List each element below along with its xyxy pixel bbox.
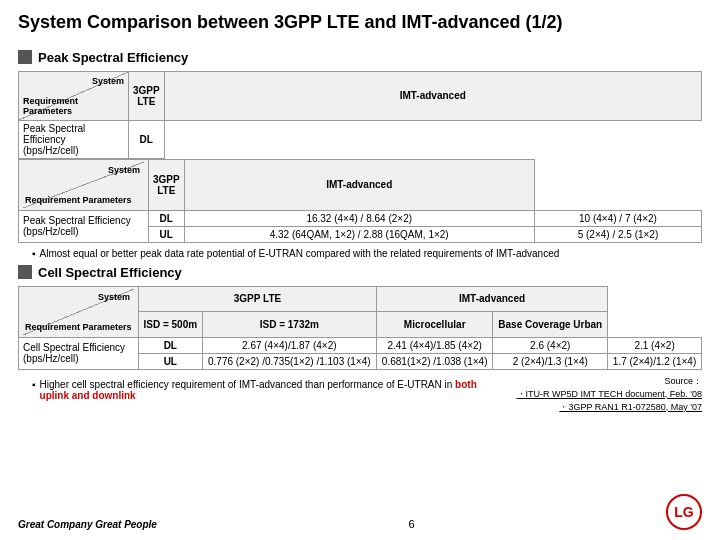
source-block: Source： ・ITU-R WP5D IMT TECH document, F…	[517, 375, 702, 414]
company-name: Great Company Great People	[18, 519, 157, 530]
row1-label: Peak Spectral Efficiency(bps/Hz/cell)	[19, 120, 129, 158]
peak-row-label: Peak Spectral Efficiency (bps/Hz/cell)	[19, 210, 149, 242]
section2-bottom: Higher cell spectral efficiency requirem…	[18, 375, 702, 414]
cell-dl-1b: 2.41 (4×4)/1.85 (4×2)	[376, 337, 492, 353]
t2-group1: 3GPP LTE	[139, 286, 377, 312]
t1-col1: 3GPP LTE	[149, 159, 185, 210]
t2-col2b: Base Coverage Urban	[493, 312, 608, 338]
section1-header: Peak Spectral Efficiency	[18, 50, 702, 65]
table-row: Peak Spectral Efficiency(bps/Hz/cell) DL	[19, 120, 702, 158]
cell-dl-2a: 2.6 (4×2)	[493, 337, 608, 353]
source1: ・ITU-R WP5D IMT TECH document, Feb. '08	[517, 388, 702, 401]
cell-dl-1a: 2.67 (4×4)/1.87 (4×2)	[202, 337, 376, 353]
bullet1-text: Higher cell spectral efficiency requirem…	[40, 379, 507, 401]
cell-ul-1b: 0.681(1×2) /1.038 (1×4)	[376, 353, 492, 369]
section1-table: System Requirement Parameters 3GPP LTE I…	[18, 71, 702, 159]
peak-dl-3gpp: 16.32 (4×4) / 8.64 (2×2)	[184, 210, 534, 226]
t2-group2: IMT-advanced	[376, 286, 607, 312]
section2-title: Cell Spectral Efficiency	[38, 265, 182, 280]
section1-table-full: System Requirement Parameters 3GPP LTE I…	[18, 159, 702, 243]
source-label: Source：	[517, 375, 702, 388]
diag-bottom-1: Requirement Parameters	[23, 96, 128, 116]
dl-label: DL	[149, 210, 185, 226]
cell-dl-label: DL	[139, 337, 203, 353]
page-number: 6	[408, 518, 414, 530]
t1-col2: IMT-advanced	[184, 159, 534, 210]
t1-corner: System Requirement Parameters	[19, 159, 149, 210]
section1-title: Peak Spectral Efficiency	[38, 50, 188, 65]
cell-ul-2b: 1.7 (2×4)/1.2 (1×4)	[608, 353, 702, 369]
peak-ul-imt: 5 (2×4) / 2.5 (1×2)	[534, 226, 701, 242]
t2-col1a: ISD = 500m	[139, 312, 203, 338]
section1-bullet-icon	[18, 50, 32, 64]
source2: ・3GPP RAN1 R1-072580, May '07	[517, 401, 702, 414]
table1-col2: IMT-advanced	[164, 71, 702, 120]
table1-col1: 3GPP LTE	[129, 71, 165, 120]
t2-col2a: Microcellular	[376, 312, 492, 338]
section2-bullet-icon	[18, 265, 32, 279]
t1-diag-bottom: Requirement Parameters	[25, 195, 132, 205]
lg-logo: LG	[666, 494, 702, 530]
peak-ul-3gpp: 4.32 (64QAM, 1×2) / 2.88 (16QAM, 1×2)	[184, 226, 534, 242]
table-row: Cell Spectral Efficiency (bps/Hz/cell) D…	[19, 337, 702, 353]
cell-row-label: Cell Spectral Efficiency (bps/Hz/cell)	[19, 337, 139, 369]
cell-ul-1a: 0.776 (2×2) /0.735(1×2) /1.103 (1×4)	[202, 353, 376, 369]
cell-ul-2a: 2 (2×4)/1.3 (1×4)	[493, 353, 608, 369]
t2-diag-top: System	[98, 292, 130, 302]
main-content: Peak Spectral Efficiency System Requirem…	[18, 44, 702, 490]
peak-dl-imt: 10 (4×4) / 7 (4×2)	[534, 210, 701, 226]
page-title: System Comparison between 3GPP LTE and I…	[18, 12, 702, 34]
t1-diag-top: System	[108, 165, 140, 175]
section2-header: Cell Spectral Efficiency	[18, 265, 702, 280]
row1-dl-label: DL	[129, 120, 165, 158]
section1-bullet: Almost equal or better peak data rate po…	[32, 248, 702, 259]
t2-diag-bottom: Requirement Parameters	[25, 322, 132, 332]
page: System Comparison between 3GPP LTE and I…	[0, 0, 720, 540]
t2-corner: System Requirement Parameters	[19, 286, 139, 337]
footer: Great Company Great People 6 LG	[18, 490, 702, 530]
table1-diag-header: System Requirement Parameters	[19, 71, 129, 120]
ul-label: UL	[149, 226, 185, 242]
diag-top-1: System	[92, 76, 124, 86]
cell-ul-label: UL	[139, 353, 203, 369]
table-row: Peak Spectral Efficiency (bps/Hz/cell) D…	[19, 210, 702, 226]
section2-bullets: Higher cell spectral efficiency requirem…	[18, 375, 507, 405]
cell-dl-2b: 2.1 (4×2)	[608, 337, 702, 353]
section2-bullet1: Higher cell spectral efficiency requirem…	[32, 379, 507, 401]
t2-col1b: ISD = 1732m	[202, 312, 376, 338]
section2-table: System Requirement Parameters 3GPP LTE I…	[18, 286, 702, 370]
